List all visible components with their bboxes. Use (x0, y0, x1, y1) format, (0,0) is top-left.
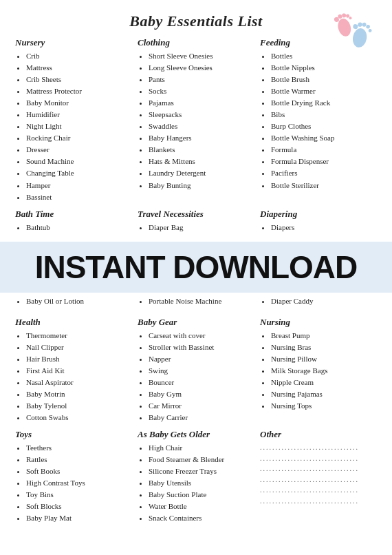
list-item: Bottle Washing Soap (271, 132, 377, 144)
svg-point-8 (358, 22, 362, 27)
list-item: Thermometer (26, 330, 132, 342)
list-item: Bassinet (26, 191, 132, 203)
list-item: Baby Gym (149, 388, 254, 400)
list-item: Nursing Bras (271, 342, 377, 353)
list-item: Bathtub (26, 222, 132, 233)
list-item: Napper (149, 353, 254, 365)
top-sections: Nursery CribMattressCrib SheetsMattress … (15, 37, 377, 209)
list-item: Snack Containers (149, 512, 254, 524)
list-item: Blankets (149, 144, 254, 156)
list-item: Pants (149, 74, 254, 85)
list-item: Bottle Sterilizer (271, 180, 377, 191)
list-item: Soft Books (26, 465, 132, 477)
list-item: Baby Carrier (149, 412, 254, 423)
health-list: ThermometerNail ClipperHair BrushFirst A… (15, 330, 132, 423)
list-item: Portable Noise Machine (149, 295, 254, 307)
list-item: Crib Sheets (26, 74, 132, 85)
list-item: Car Mirror (149, 400, 254, 412)
clothing-title: Clothing (138, 37, 254, 48)
list-item: Nursing Tops (271, 400, 377, 412)
list-item: Nursing Pajamas (271, 388, 377, 400)
travel-list-top: Diaper Bag (138, 222, 254, 233)
list-item: Diapers (271, 222, 377, 233)
diapering-title: Diapering (260, 209, 377, 220)
other-list: ........................................… (260, 442, 377, 506)
list-item: Nail Clipper (26, 342, 132, 353)
list-item: Burp Clothes (271, 121, 377, 132)
nursery-list: CribMattressCrib SheetsMattress Protecto… (15, 50, 132, 203)
list-item: Rocking Chair (26, 132, 132, 144)
list-item: Bottle Drying Rack (271, 97, 377, 109)
list-item: Water Bottle (149, 501, 254, 512)
list-item: First Aid Kit (26, 365, 132, 377)
svg-point-9 (362, 22, 367, 27)
baby-gear-section: Baby Gear Carseat with coverStroller wit… (138, 317, 254, 423)
lower-sections: Health ThermometerNail ClipperHair Brush… (15, 317, 377, 429)
list-item: Humidifier (26, 109, 132, 121)
nursery-title: Nursery (15, 37, 132, 48)
bath-list-bottom: Baby Oil or Lotion (15, 295, 132, 307)
list-item: Socks (149, 85, 254, 97)
diapering-list-top: Diapers (260, 222, 377, 233)
list-item: Rattles (26, 454, 132, 465)
list-item: Bottle Warmer (271, 85, 377, 97)
list-item: Night Light (26, 121, 132, 132)
list-item: Nursing Pillow (271, 353, 377, 365)
list-item: Diaper Caddy (271, 295, 377, 307)
bath-section-top: Bath Time Bathtub (15, 209, 132, 233)
list-item: Soft Blocks (26, 501, 132, 512)
middle-top-sections: Bath Time Bathtub Travel Necessities Dia… (15, 209, 377, 239)
list-item: Swaddles (149, 121, 254, 132)
list-item: Baby Tylenol (26, 400, 132, 412)
footprint-decoration (325, 7, 380, 55)
list-item: Hamper (26, 180, 132, 191)
list-item: Cotton Swabs (26, 412, 132, 423)
nursing-title: Nursing (260, 317, 377, 328)
list-item: Long Sleeve Onesies (149, 62, 254, 74)
list-item: Carseat with cover (149, 330, 254, 342)
toys-title: Toys (15, 429, 132, 440)
list-item: ................................ (260, 485, 377, 496)
travel-section-top: Travel Necessities Diaper Bag (138, 209, 254, 233)
nursing-list: Breast PumpNursing BrasNursing PillowMil… (260, 330, 377, 412)
list-item: Bibs (271, 109, 377, 121)
list-item: Baby Play Mat (26, 512, 132, 524)
list-item: Teethers (26, 442, 132, 454)
baby-gear-list: Carseat with coverStroller with Bassinet… (138, 330, 254, 423)
list-item: Sleepsacks (149, 109, 254, 121)
as-baby-gets-older-list: High ChairFood Steamer & BlenderSilicone… (138, 442, 254, 524)
svg-point-7 (353, 24, 358, 30)
list-item: Toy Bins (26, 489, 132, 501)
page-title: Baby Essentials List (15, 12, 377, 30)
list-item: Baby Monitor (26, 97, 132, 109)
list-item: Baby Motrin (26, 388, 132, 400)
as-baby-gets-older-title: As Baby Gets Older (138, 429, 254, 440)
list-item: ................................ (260, 474, 377, 485)
list-item: Breast Pump (271, 330, 377, 342)
toys-section: Toys TeethersRattlesSoft BooksHigh Contr… (15, 429, 132, 524)
list-item: Nipple Cream (271, 377, 377, 388)
list-item: Milk Storage Bags (271, 365, 377, 377)
list-item: Pajamas (149, 97, 254, 109)
svg-point-6 (351, 27, 369, 48)
list-item: Changing Table (26, 167, 132, 179)
other-section: Other ..................................… (260, 429, 377, 524)
svg-point-11 (368, 29, 372, 33)
svg-point-5 (349, 17, 352, 20)
list-item: Food Steamer & Blender (149, 454, 254, 465)
health-title: Health (15, 317, 132, 328)
list-item: Dresser (26, 144, 132, 156)
as-baby-gets-older-section: As Baby Gets Older High ChairFood Steame… (138, 429, 254, 524)
list-item: Bottle Nipples (271, 62, 377, 74)
list-item: ................................ (260, 463, 377, 474)
list-item: Stroller with Bassinet (149, 342, 254, 353)
travel-section-bottom: Portable Noise Machine (138, 295, 254, 307)
list-item: Short Sleeve Onesies (149, 50, 254, 62)
list-item: Baby Bunting (149, 180, 254, 191)
nursery-section: Nursery CribMattressCrib SheetsMattress … (15, 37, 132, 203)
instant-download-banner: INSTANT DOWNLOAD (0, 242, 392, 293)
list-item: Baby Suction Plate (149, 489, 254, 501)
feeding-list: BottlesBottle NipplesBottle BrushBottle … (260, 50, 377, 191)
travel-title: Travel Necessities (138, 209, 254, 220)
other-title: Other (260, 429, 377, 440)
